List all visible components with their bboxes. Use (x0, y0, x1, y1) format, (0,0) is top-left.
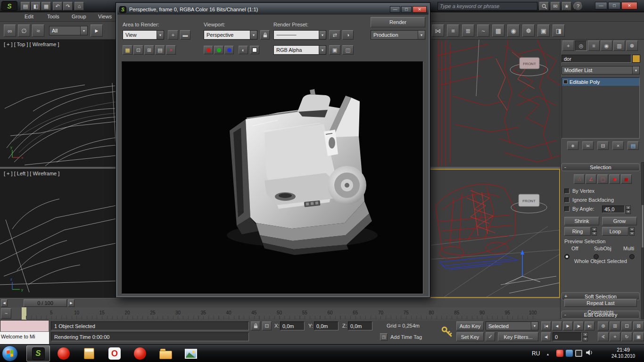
tab-hierarchy[interactable]: ≡ (588, 41, 600, 51)
environment-dialog-button[interactable]: ◑ (342, 30, 354, 40)
maxscript-listener-line[interactable]: Welcome to Mi (0, 332, 49, 345)
taskbar-red-app-button[interactable] (52, 346, 75, 362)
spinner-down-icon[interactable]: ▾ (583, 337, 588, 342)
chevron-down-icon[interactable]: ▼ (531, 322, 538, 330)
monochrome-channel-button[interactable]: ◐ (239, 46, 248, 54)
bind-to-space-warp-button[interactable]: ≈ (32, 25, 44, 37)
absolute-offset-toggle-icon[interactable]: ⊡ (262, 321, 272, 330)
zoom-extents-button[interactable]: ⊡ (621, 321, 632, 330)
viewport-lock-button[interactable] (260, 30, 270, 40)
previous-key-button[interactable]: ◀| (541, 332, 551, 341)
tab-motion[interactable]: ◉ (601, 41, 612, 51)
scene-home-button[interactable]: ⌂ (74, 2, 84, 10)
open-file-button[interactable]: ◧ (31, 2, 41, 10)
y-coordinate-field[interactable] (314, 321, 339, 330)
render-button[interactable]: Render (371, 17, 425, 27)
3dsmax-application-button[interactable]: S (1, 1, 17, 11)
make-unique-button[interactable]: ⊟ (597, 141, 609, 150)
schematic-view-button[interactable]: ▦ (492, 25, 504, 37)
start-button[interactable] (2, 346, 18, 362)
add-time-tag-label[interactable]: Add Time Tag (390, 334, 422, 340)
volume-icon[interactable] (586, 349, 593, 357)
ring-button[interactable]: Ring (564, 227, 591, 236)
next-frame-button[interactable]: |▶ (574, 321, 584, 330)
select-and-link-button[interactable]: ∞ (4, 25, 16, 37)
chevron-down-icon[interactable]: ▼ (632, 66, 639, 74)
x-coordinate-field[interactable] (280, 321, 305, 330)
repeat-last-button[interactable]: Repeat Last (564, 299, 637, 307)
green-channel-button[interactable] (214, 46, 223, 54)
field-of-view-button[interactable]: ∢ (598, 332, 609, 341)
clock[interactable]: 21:49 24.10.2010 (604, 346, 642, 361)
menu-item-edit[interactable]: Edit (25, 14, 33, 19)
print-bitmap-button[interactable]: ▤ (155, 45, 165, 55)
copy-preset-button[interactable]: ⇄ (329, 30, 340, 40)
edit-region-hand-button[interactable]: + (168, 30, 178, 40)
object-name-field[interactable] (561, 55, 631, 63)
select-object-button[interactable]: ► (91, 25, 103, 37)
layout-toggle-button[interactable]: ▣ (329, 45, 340, 55)
align-button[interactable]: ≡ (447, 25, 459, 37)
pan-button[interactable]: + (610, 332, 620, 341)
ignore-backfacing-checkbox[interactable] (564, 197, 570, 203)
app-maximize-button[interactable]: □ (608, 2, 620, 9)
by-vertex-checkbox[interactable] (564, 189, 570, 194)
set-key-button[interactable]: Set Key (456, 332, 484, 341)
grow-button[interactable]: Grow (602, 217, 637, 225)
viewport-top-label[interactable]: [ + ] [ Top ] [ Wireframe ] (4, 41, 59, 47)
blue-channel-button[interactable] (224, 46, 234, 54)
color-swatch-button[interactable]: ◫ (342, 45, 354, 55)
unlink-selection-button[interactable]: ∅ (18, 25, 30, 37)
configure-modifier-sets-button[interactable]: ▤ (627, 141, 639, 150)
app-close-button[interactable]: ✕ (621, 2, 637, 9)
spinner-up-icon[interactable]: ▴ (583, 332, 588, 337)
selection-rollout-header[interactable]: - Selection (561, 163, 640, 171)
rendered-frame-window-button[interactable]: ▣ (537, 25, 550, 37)
favorites-icon[interactable]: ★ (562, 2, 571, 10)
clear-bitmap-button[interactable]: × (166, 45, 176, 55)
render-window-titlebar[interactable]: S Perspective, frame 0, RGBA Color 16 Bi… (117, 4, 429, 15)
save-bitmap-button[interactable]: ▦ (123, 45, 132, 55)
taskbar-explorer-button[interactable] (154, 346, 177, 362)
clone-window-button[interactable]: ⊞ (144, 45, 154, 55)
go-to-start-button[interactable]: |◀ (541, 321, 551, 330)
spinner-up-icon[interactable]: ▴ (629, 227, 635, 231)
previous-frame-button[interactable]: ◀ (552, 321, 562, 330)
current-frame-field[interactable] (553, 332, 582, 341)
shrink-button[interactable]: Shrink (564, 217, 599, 225)
spinner-down-icon[interactable]: ▾ (626, 210, 631, 214)
search-icon[interactable] (539, 2, 549, 10)
spinner-up-icon[interactable]: ▴ (592, 227, 597, 231)
tab-utilities[interactable]: ☸ (626, 41, 638, 51)
play-button[interactable]: ▶ (563, 321, 573, 330)
tab-display[interactable]: ▥ (613, 41, 625, 51)
chevron-down-icon[interactable]: ▼ (319, 31, 326, 39)
chevron-down-icon[interactable]: ▼ (157, 31, 164, 39)
modifier-list-dropdown[interactable]: Modifier List ▼ (561, 66, 640, 74)
red-channel-button[interactable] (204, 46, 213, 54)
new-scene-button[interactable]: ▤ (21, 2, 30, 10)
material-editor-button[interactable]: ◉ (507, 25, 520, 37)
taskbar-image-viewer-button[interactable] (179, 346, 203, 362)
render-window-minimize-button[interactable]: — (390, 6, 400, 13)
tab-create[interactable]: + (562, 41, 574, 51)
viewport-left-label[interactable]: [ + ] [ Left ] [ Wireframe ] (4, 171, 59, 176)
modifier-stack[interactable]: Editable Poly (561, 77, 640, 139)
time-slider-prev-button[interactable]: ◀ (1, 299, 8, 307)
macro-recorder-line[interactable] (0, 320, 49, 332)
spinner-down-icon[interactable]: ▾ (592, 231, 597, 236)
loop-button[interactable]: Loop (602, 227, 628, 236)
auto-key-button[interactable]: Auto Key (456, 321, 484, 330)
undo-button[interactable]: ↶ (53, 2, 62, 10)
auto-region-toggle-button[interactable]: ▬ (180, 30, 190, 40)
spinner-down-icon[interactable]: ▾ (629, 231, 635, 236)
render-window-maximize-button[interactable]: □ (401, 6, 412, 13)
zoom-region-button[interactable]: ⊠ (633, 321, 644, 330)
channel-display-dropdown[interactable]: RGB Alpha ▼ (273, 45, 326, 55)
tab-modify[interactable]: ◎ (575, 41, 587, 51)
menu-item-group[interactable]: Group (72, 14, 86, 19)
scrollbar-thumb[interactable] (642, 205, 644, 247)
tray-app-icon-2[interactable] (566, 350, 573, 357)
subobject-element-button[interactable]: ◼ (621, 174, 632, 184)
infocenter-search-input[interactable] (438, 2, 537, 10)
